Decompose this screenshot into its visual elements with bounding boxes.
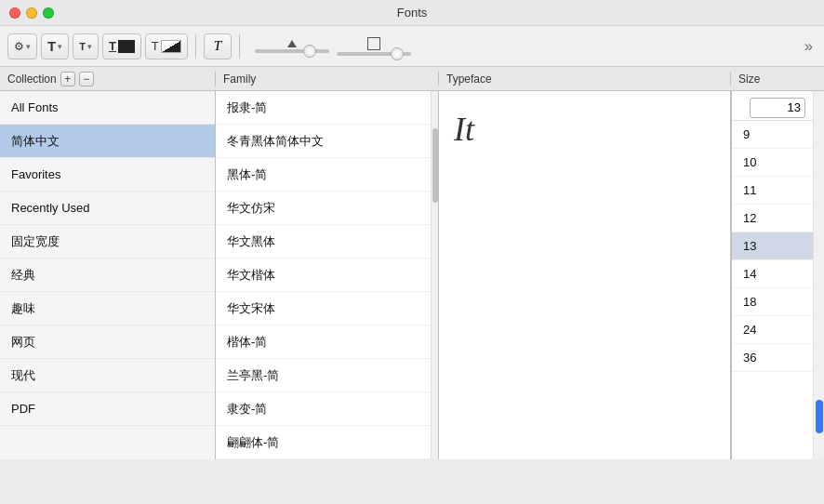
family-name: 翩翩体-简 (227, 434, 279, 451)
toolbar-separator (195, 34, 196, 59)
preview-area: It (439, 91, 730, 167)
toolbar-separator-2 (239, 34, 240, 59)
size-column: 9 10 11 12 13 14 18 24 36 (731, 91, 824, 459)
font-color-swatch (118, 40, 135, 53)
collection-item-label: 经典 (11, 267, 35, 284)
collection-item-label: All Fonts (11, 100, 59, 114)
collection-item-label: 网页 (11, 334, 35, 351)
collection-item-recently-used[interactable]: Recently Used (0, 192, 215, 225)
close-button[interactable] (9, 7, 20, 19)
document-color-button[interactable]: T (145, 33, 188, 60)
collection-item-fun[interactable]: 趣味 (0, 292, 215, 325)
content-area: All Fonts 简体中文 Favorites Recently Used 固… (0, 91, 824, 459)
size-column-header: Size (731, 72, 824, 86)
collection-item-fixed-width[interactable]: 固定宽度 (0, 225, 215, 259)
family-list[interactable]: 报隶-简 冬青黑体简体中文 黑体-简 华文仿宋 华文黑体 华文楷体 华文宋体 楷… (216, 91, 439, 459)
remove-collection-button[interactable]: − (79, 72, 94, 86)
slider-triangle-icon (287, 40, 297, 47)
collection-item-modern[interactable]: 现代 (0, 359, 215, 392)
family-item[interactable]: 翩翩体-简 (216, 426, 438, 459)
font-size-large-button[interactable]: T ▾ (41, 33, 69, 60)
traffic-lights (9, 7, 54, 19)
family-name: 华文宋体 (227, 300, 275, 317)
size-value: 11 (743, 183, 756, 197)
size-item-24[interactable]: 24 (732, 316, 813, 344)
size-main: 9 10 11 12 13 14 18 24 36 (732, 91, 813, 459)
family-item[interactable]: 楷体-简 (216, 325, 438, 359)
size-scrollbar[interactable] (813, 91, 824, 459)
family-item[interactable]: 华文仿宋 (216, 192, 438, 225)
collection-label: Collection (7, 73, 57, 86)
size-item-14[interactable]: 14 (732, 260, 813, 288)
family-column-header: Family (216, 72, 439, 86)
opacity-slider-track[interactable] (255, 49, 329, 53)
family-item[interactable]: 黑体-简 (216, 158, 438, 192)
overflow-button[interactable]: » (801, 38, 817, 55)
small-T-chevron-icon: ▾ (87, 42, 92, 51)
family-name: 华文楷体 (227, 267, 275, 284)
font-color-button[interactable]: T (102, 33, 141, 60)
size-item-12[interactable]: 12 (732, 205, 813, 232)
preview-text: It (454, 111, 474, 148)
collection-item-pdf[interactable]: PDF (0, 392, 215, 426)
collection-item-classic[interactable]: 经典 (0, 259, 215, 292)
size-value: 13 (743, 239, 756, 253)
font-size-small-button[interactable]: T ▾ (73, 33, 99, 60)
document-color-swatch (161, 40, 181, 53)
family-item[interactable]: 隶变-简 (216, 392, 438, 426)
family-name: 冬青黑体简体中文 (227, 133, 324, 150)
family-scroll-thumb[interactable] (432, 128, 438, 203)
family-name: 楷体-简 (227, 334, 267, 351)
window-title: Fonts (397, 6, 428, 20)
gear-chevron-icon: ▾ (26, 42, 31, 51)
square-icon (367, 37, 380, 50)
family-item[interactable]: 兰亭黑-简 (216, 359, 438, 392)
font-preview-button[interactable]: T (204, 33, 232, 60)
collection-item-label: Recently Used (11, 201, 90, 215)
slider-section (255, 37, 411, 56)
minimize-button[interactable] (26, 7, 37, 19)
size-input[interactable] (750, 98, 805, 118)
size-slider-track[interactable] (337, 52, 411, 56)
opacity-slider-group (255, 40, 329, 53)
size-slider-thumb[interactable] (391, 47, 404, 60)
column-headers: Collection + − Family Typeface Size (0, 67, 824, 91)
family-item[interactable]: 报隶-简 (216, 91, 438, 125)
collection-item-label: PDF (11, 402, 35, 416)
size-item-36[interactable]: 36 (732, 344, 813, 372)
collection-item-favorites[interactable]: Favorites (0, 158, 215, 192)
collection-item-all-fonts[interactable]: All Fonts (0, 91, 215, 125)
typeface-column-header: Typeface (439, 72, 731, 86)
family-item[interactable]: 华文黑体 (216, 225, 438, 259)
typeface-list[interactable]: It (439, 91, 731, 459)
family-item[interactable]: 华文宋体 (216, 292, 438, 325)
size-item-10[interactable]: 10 (732, 149, 813, 177)
size-item-9[interactable]: 9 (732, 121, 813, 149)
collection-list[interactable]: All Fonts 简体中文 Favorites Recently Used 固… (0, 91, 216, 459)
collection-item-label: 趣味 (11, 300, 35, 317)
size-item-13[interactable]: 13 (732, 232, 813, 260)
size-item-11[interactable]: 11 (732, 177, 813, 205)
add-collection-button[interactable]: + (60, 72, 75, 86)
family-item[interactable]: 冬青黑体简体中文 (216, 125, 438, 158)
family-item[interactable]: 华文楷体 (216, 259, 438, 292)
size-value: 14 (743, 267, 756, 281)
size-value: 10 (743, 155, 756, 169)
font-color-T-icon: T (109, 39, 116, 53)
opacity-slider-thumb[interactable] (303, 45, 316, 58)
size-value: 18 (743, 295, 756, 309)
typeface-label: Typeface (446, 73, 492, 86)
collection-item-simplified-chinese[interactable]: 简体中文 (0, 125, 215, 158)
size-item-18[interactable]: 18 (732, 288, 813, 316)
collection-item-label: 固定宽度 (11, 233, 60, 250)
size-scroll-thumb[interactable] (816, 400, 823, 433)
family-label: Family (223, 73, 256, 86)
size-list[interactable]: 9 10 11 12 13 14 18 24 36 (732, 121, 813, 459)
preview-T-icon: T (214, 38, 221, 54)
maximize-button[interactable] (43, 7, 54, 19)
size-value: 12 (743, 211, 756, 225)
family-name: 报隶-简 (227, 99, 267, 116)
gear-button[interactable]: ⚙ ▾ (7, 33, 37, 60)
collection-item-web[interactable]: 网页 (0, 325, 215, 359)
family-scrollbar[interactable] (431, 91, 438, 459)
